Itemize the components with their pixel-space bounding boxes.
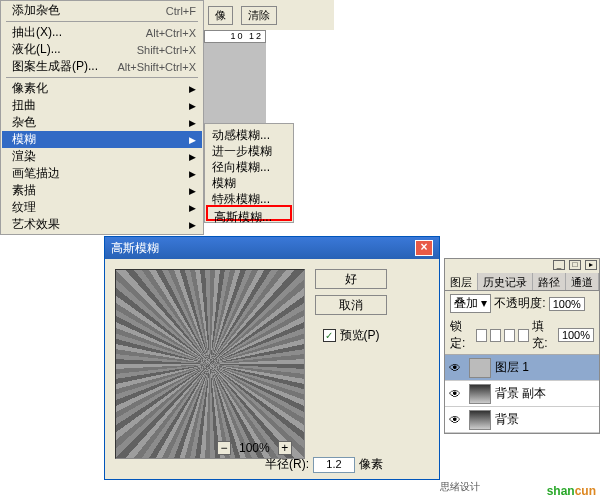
eye-icon[interactable]: 👁 xyxy=(445,361,465,375)
chevron-right-icon: ▶ xyxy=(189,118,196,128)
lock-all-icon[interactable] xyxy=(518,329,529,342)
submenu-smart-blur[interactable]: 特殊模糊... xyxy=(206,189,292,205)
layer-name: 图层 1 xyxy=(495,359,529,376)
submenu-gaussian-blur[interactable]: 高斯模糊... xyxy=(206,205,292,221)
menu-add-noise[interactable]: 添加杂色Ctrl+F xyxy=(2,2,202,19)
minimize-icon[interactable]: _ xyxy=(553,260,565,270)
layer-thumb xyxy=(469,410,491,430)
chevron-right-icon: ▶ xyxy=(189,101,196,111)
fill-label: 填充: xyxy=(532,318,555,352)
menu-sketch[interactable]: 素描▶ xyxy=(2,182,202,199)
tab-layers[interactable]: 图层 xyxy=(445,273,478,290)
menu-render[interactable]: 渲染▶ xyxy=(2,148,202,165)
layer-row[interactable]: 👁 图层 1 xyxy=(445,355,599,381)
layer-thumb xyxy=(469,384,491,404)
preview-label: 预览(P) xyxy=(340,327,380,344)
menu-extract[interactable]: 抽出(X)...Alt+Ctrl+X xyxy=(2,24,202,41)
top-toolbar: 像 清除 xyxy=(204,0,334,30)
image-button[interactable]: 像 xyxy=(208,6,233,25)
tab-channels[interactable]: 通道 xyxy=(566,273,599,290)
panel-menu-icon[interactable]: ▸ xyxy=(585,260,597,270)
menu-distort[interactable]: 扭曲▶ xyxy=(2,97,202,114)
chevron-right-icon: ▶ xyxy=(189,152,196,162)
opacity-label: 不透明度: xyxy=(494,295,545,312)
dialog-title: 高斯模糊 xyxy=(111,240,159,257)
layer-name: 背景 副本 xyxy=(495,385,546,402)
radius-label: 半径(R): xyxy=(265,456,309,473)
submenu-motion-blur[interactable]: 动感模糊... xyxy=(206,125,292,141)
layers-panel: _ □ ▸ 图层 历史记录 路径 通道 叠加 ▾ 不透明度: 100% 锁定: … xyxy=(444,258,600,434)
layer-name: 背景 xyxy=(495,411,519,428)
panel-tabs: 图层 历史记录 路径 通道 xyxy=(445,273,599,291)
lock-transparent-icon[interactable] xyxy=(476,329,487,342)
chevron-right-icon: ▶ xyxy=(189,186,196,196)
submenu-radial-blur[interactable]: 径向模糊... xyxy=(206,157,292,173)
blend-mode-select[interactable]: 叠加 ▾ xyxy=(450,294,491,313)
preview-checkbox[interactable]: ✓ 预览(P) xyxy=(323,327,380,344)
dialog-titlebar[interactable]: 高斯模糊 × xyxy=(105,237,439,259)
chevron-right-icon: ▶ xyxy=(189,220,196,230)
menu-pixelate[interactable]: 像素化▶ xyxy=(2,80,202,97)
cancel-button[interactable]: 取消 xyxy=(315,295,387,315)
tab-history[interactable]: 历史记录 xyxy=(478,273,533,290)
menu-separator xyxy=(6,77,198,78)
close-icon[interactable]: × xyxy=(415,240,433,256)
filter-menu: 添加杂色Ctrl+F 抽出(X)...Alt+Ctrl+X 液化(L)...Sh… xyxy=(0,0,204,235)
menu-noise[interactable]: 杂色▶ xyxy=(2,114,202,131)
menu-pattern-maker[interactable]: 图案生成器(P)...Alt+Shift+Ctrl+X xyxy=(2,58,202,75)
chevron-right-icon: ▶ xyxy=(189,169,196,179)
lock-label: 锁定: xyxy=(450,318,473,352)
ok-button[interactable]: 好 xyxy=(315,269,387,289)
radius-unit: 像素 xyxy=(359,456,383,473)
logo: shancun xyxy=(547,482,596,498)
chevron-right-icon: ▶ xyxy=(189,203,196,213)
checkbox-icon: ✓ xyxy=(323,329,336,342)
menu-separator xyxy=(6,21,198,22)
zoom-level: 100% xyxy=(239,441,270,455)
gaussian-blur-dialog: 高斯模糊 × 好 取消 ✓ 预览(P) − 100% + 半径(R): 1.2 … xyxy=(104,236,440,480)
tab-paths[interactable]: 路径 xyxy=(533,273,566,290)
menu-texture[interactable]: 纹理▶ xyxy=(2,199,202,216)
noise-preview xyxy=(116,270,304,458)
menu-artistic[interactable]: 艺术效果▶ xyxy=(2,216,202,233)
layer-thumb xyxy=(469,358,491,378)
maximize-icon[interactable]: □ xyxy=(569,260,581,270)
submenu-blur-more[interactable]: 进一步模糊 xyxy=(206,141,292,157)
menu-brush-strokes[interactable]: 画笔描边▶ xyxy=(2,165,202,182)
lock-position-icon[interactable] xyxy=(504,329,515,342)
radius-input[interactable]: 1.2 xyxy=(313,457,355,473)
canvas-area xyxy=(204,43,266,125)
clear-button[interactable]: 清除 xyxy=(241,6,277,25)
fill-input[interactable]: 100% xyxy=(558,328,594,342)
submenu-blur[interactable]: 模糊 xyxy=(206,173,292,189)
blur-submenu: 动感模糊... 进一步模糊 径向模糊... 模糊 特殊模糊... 高斯模糊... xyxy=(204,123,294,223)
layer-row[interactable]: 👁 背景 xyxy=(445,407,599,433)
zoom-out-button[interactable]: − xyxy=(217,441,231,455)
preview-area[interactable] xyxy=(115,269,305,459)
eye-icon[interactable]: 👁 xyxy=(445,413,465,427)
eye-icon[interactable]: 👁 xyxy=(445,387,465,401)
menu-blur[interactable]: 模糊▶ xyxy=(2,131,202,148)
ruler: 10 12 xyxy=(204,30,266,43)
chevron-right-icon: ▶ xyxy=(189,84,196,94)
menu-liquify[interactable]: 液化(L)...Shift+Ctrl+X xyxy=(2,41,202,58)
zoom-in-button[interactable]: + xyxy=(278,441,292,455)
opacity-input[interactable]: 100% xyxy=(549,297,585,311)
layer-row[interactable]: 👁 背景 副本 xyxy=(445,381,599,407)
lock-pixels-icon[interactable] xyxy=(490,329,501,342)
chevron-right-icon: ▶ xyxy=(189,135,196,145)
watermark-text: 思绪设计 xyxy=(440,480,480,494)
